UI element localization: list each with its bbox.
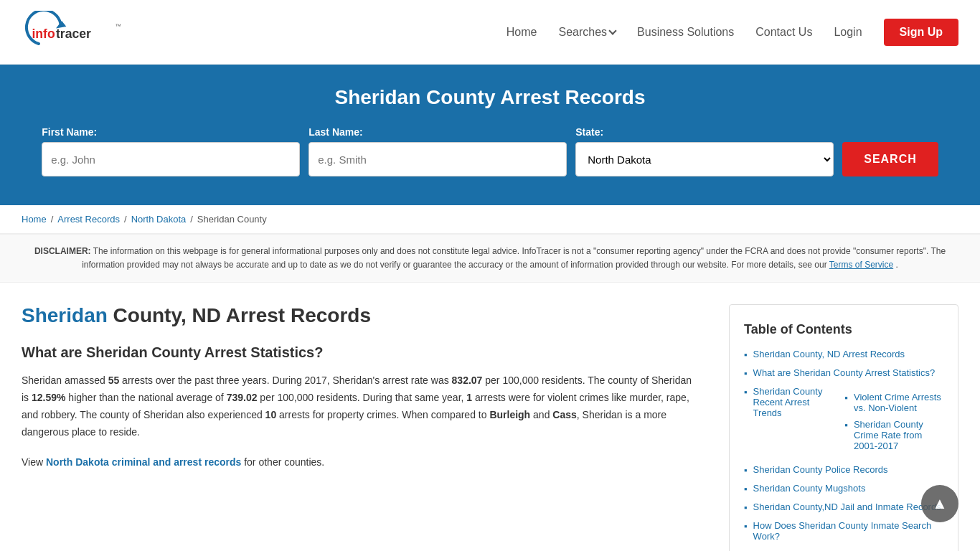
- list-item: Sheridan County,ND Jail and Inmate Recor…: [744, 501, 943, 513]
- content-heading: Sheridan County, ND Arrest Records: [22, 304, 700, 327]
- first-name-group: First Name:: [42, 126, 300, 176]
- list-item: Sheridan County Recent Arrest Trends Vio…: [744, 386, 943, 457]
- nav-contact-us[interactable]: Contact Us: [755, 26, 812, 39]
- nd-records-link[interactable]: North Dakota criminal and arrest records: [46, 456, 241, 468]
- breadcrumb-sep-3: /: [190, 214, 193, 225]
- list-item: Sheridan County, ND Arrest Records: [744, 349, 943, 360]
- list-item: Violent Crime Arrests vs. Non-Violent: [844, 392, 943, 413]
- arrests-count: 55: [108, 375, 120, 386]
- county2: Cass: [552, 409, 576, 420]
- breadcrumb-home[interactable]: Home: [22, 214, 47, 225]
- toc-link-3b[interactable]: Sheridan County Crime Rate from 2001-201…: [854, 419, 943, 451]
- nav-login[interactable]: Login: [834, 26, 862, 39]
- svg-text:info: info: [32, 27, 55, 41]
- logo: info tracer ™: [22, 11, 136, 54]
- state-label: State:: [575, 126, 603, 138]
- logo-area: info tracer ™: [22, 11, 136, 54]
- link-paragraph: View North Dakota criminal and arrest re…: [22, 454, 700, 471]
- toc-link-4[interactable]: Sheridan County Police Records: [753, 464, 888, 475]
- main-nav: Home Searches Business Solutions Contact…: [507, 19, 958, 46]
- content-left: Sheridan County, ND Arrest Records What …: [22, 304, 729, 551]
- svg-text:™: ™: [115, 23, 121, 29]
- breadcrumb-north-dakota[interactable]: North Dakota: [131, 214, 187, 225]
- breadcrumb-sheridan-county: Sheridan County: [197, 214, 267, 225]
- breadcrumb-arrest-records[interactable]: Arrest Records: [57, 214, 120, 225]
- violent-count: 1: [466, 392, 472, 403]
- stats-paragraph: Sheridan amassed 55 arrests over the pas…: [22, 372, 700, 441]
- toc-sublist: Violent Crime Arrests vs. Non-Violent Sh…: [833, 392, 943, 457]
- para-mid1: arrests over the past three years. Durin…: [119, 375, 451, 386]
- toc-list: Sheridan County, ND Arrest Records What …: [744, 349, 943, 542]
- disclaimer-box: DISCLAIMER: The information on this webp…: [0, 234, 980, 283]
- stats-heading: What are Sheridan County Arrest Statisti…: [22, 344, 700, 361]
- toc-link-3[interactable]: Sheridan County Recent Arrest Trends: [753, 386, 823, 418]
- toc-heading: Table of Contents: [744, 322, 943, 337]
- arrest-rate: 832.07: [452, 375, 483, 386]
- toc-link-5[interactable]: Sheridan County Mugshots: [753, 483, 866, 494]
- list-item: Sheridan County Mugshots: [744, 483, 943, 494]
- national-avg: 739.02: [227, 392, 258, 403]
- para-pre: Sheridan amassed: [22, 375, 108, 386]
- main-content: Sheridan County, ND Arrest Records What …: [0, 283, 980, 551]
- list-item: How Does Sheridan County Inmate Search W…: [744, 520, 943, 542]
- nav-home[interactable]: Home: [507, 26, 537, 39]
- heading-highlight: Sheridan: [22, 304, 108, 326]
- last-name-label: Last Name:: [308, 126, 362, 138]
- nav-searches-label: Searches: [558, 26, 607, 39]
- header: info tracer ™ Home Searches Business Sol…: [0, 0, 980, 65]
- toc-link-6[interactable]: Sheridan County,ND Jail and Inmate Recor…: [753, 501, 941, 512]
- higher-pct: 12.59%: [32, 392, 65, 403]
- first-name-input[interactable]: [42, 142, 300, 176]
- and: and: [530, 409, 552, 420]
- search-form: First Name: Last Name: State: North Dako…: [22, 126, 958, 176]
- svg-text:tracer: tracer: [56, 27, 91, 41]
- toc-link-1[interactable]: Sheridan County, ND Arrest Records: [753, 349, 905, 359]
- breadcrumb-sep-2: /: [124, 214, 127, 225]
- heading-rest: County, ND Arrest Records: [108, 304, 371, 326]
- search-button[interactable]: SEARCH: [842, 142, 938, 176]
- link-post: for other counties.: [241, 456, 324, 468]
- list-item: Sheridan County Police Records: [744, 464, 943, 476]
- para-mid6: arrests for property crimes. When compar…: [276, 409, 489, 420]
- disclaimer-text: The information on this webpage is for g…: [82, 246, 946, 270]
- last-name-input[interactable]: [308, 142, 567, 176]
- property-count: 10: [265, 409, 277, 420]
- state-group: State: North Dakota Alabama Alaska Arizo…: [575, 126, 834, 176]
- toc-link-3a[interactable]: Violent Crime Arrests vs. Non-Violent: [854, 392, 943, 413]
- nav-business-solutions[interactable]: Business Solutions: [637, 26, 734, 39]
- disclaimer-suffix: .: [896, 260, 898, 270]
- disclaimer-tos-link[interactable]: Terms of Service: [829, 260, 893, 270]
- para-mid4: per 100,000 residents. During that same …: [257, 392, 466, 403]
- breadcrumb-sep-1: /: [51, 214, 54, 225]
- nav-searches[interactable]: Searches: [558, 26, 616, 39]
- hero-title: Sheridan County Arrest Records: [22, 86, 958, 109]
- scroll-top-button[interactable]: ▲: [921, 485, 958, 522]
- county1: Burleigh: [489, 409, 530, 420]
- breadcrumb: Home / Arrest Records / North Dakota / S…: [0, 205, 980, 234]
- state-select[interactable]: North Dakota Alabama Alaska Arizona Cali…: [575, 142, 834, 176]
- list-item: What are Sheridan County Arrest Statisti…: [744, 367, 943, 379]
- disclaimer-label: DISCLAIMER:: [34, 246, 91, 256]
- first-name-label: First Name:: [42, 126, 97, 138]
- chevron-down-icon: [608, 27, 616, 34]
- list-item: Sheridan County Crime Rate from 2001-201…: [844, 419, 943, 451]
- link-pre: View: [22, 456, 46, 468]
- nav-signup-button[interactable]: Sign Up: [884, 19, 958, 46]
- hero-section: Sheridan County Arrest Records First Nam…: [0, 65, 980, 205]
- para-mid3: higher than the national average of: [65, 392, 226, 403]
- toc-link-2[interactable]: What are Sheridan County Arrest Statisti…: [753, 367, 936, 378]
- toc-link-7[interactable]: How Does Sheridan County Inmate Search W…: [753, 520, 943, 542]
- last-name-group: Last Name:: [308, 126, 567, 176]
